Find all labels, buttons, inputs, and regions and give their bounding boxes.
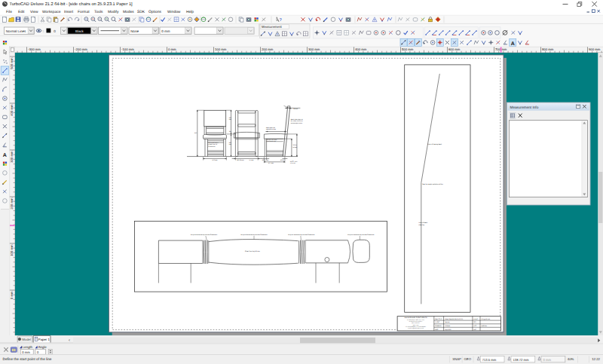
svg-text:mm: mm	[229, 143, 232, 145]
svg-text:A: A	[511, 41, 515, 47]
svg-text:SIDE CHAIRS ON 25.9.23.1: SIDE CHAIRS ON 25.9.23.1	[445, 318, 463, 320]
svg-text:Saw line angle upholstered lin: Saw line angle upholstered line	[422, 183, 444, 185]
svg-text:Paper 1: Paper 1	[38, 338, 51, 341]
svg-text:‹: ‹	[69, 338, 70, 343]
svg-text:12:22: 12:22	[592, 357, 600, 361]
svg-text:SDK: SDK	[137, 10, 145, 14]
svg-text:DRG No.: DRG No.	[482, 325, 488, 327]
svg-text:all to suit: all to suit	[290, 162, 295, 164]
svg-text:18 mm: 18 mm	[293, 108, 298, 110]
svg-text:Keep full thickness dry turn t: Keep full thickness dry turn this Framew…	[240, 234, 267, 236]
svg-text:Edit: Edit	[18, 10, 25, 14]
svg-text:Normal Lines: Normal Lines	[6, 29, 26, 33]
svg-text:200 mm: 200 mm	[10, 197, 14, 210]
svg-text:40%: 40%	[568, 357, 574, 361]
svg-text:upholstered top: upholstered top	[266, 128, 276, 130]
svg-text:mm: mm	[229, 118, 232, 121]
svg-text:SNAP: SNAP	[452, 357, 461, 361]
svg-text:None: None	[130, 29, 139, 33]
svg-text:900 mm: 900 mm	[589, 47, 601, 51]
svg-text:Help: Help	[186, 10, 194, 14]
svg-text:Measurement Info: Measurement Info	[510, 106, 539, 109]
svg-text:S Walsh: S Walsh	[445, 325, 450, 327]
svg-text:1:1 @ A1 Full: 1:1 @ A1 Full	[482, 318, 491, 320]
svg-text:0 mm: 0 mm	[10, 291, 14, 299]
svg-text:600 mm: 600 mm	[448, 47, 461, 51]
svg-text:470 mm: 470 mm	[213, 159, 218, 161]
svg-text:SCALE: SCALE	[473, 318, 478, 320]
svg-text:at all chairs app: at all chairs app	[267, 140, 276, 142]
svg-text:Modify: Modify	[108, 10, 119, 14]
svg-text:Keep full thickness dry turn t: Keep full thickness dry turn this Framew…	[288, 234, 314, 236]
svg-text:Insert: Insert	[64, 10, 74, 14]
svg-text:400 mm: 400 mm	[10, 104, 14, 116]
svg-text:SHT: SHT	[473, 329, 476, 331]
svg-text:m high: m high	[292, 146, 297, 148]
svg-text:File: File	[6, 10, 12, 14]
svg-text:Length: Length	[23, 345, 33, 349]
svg-text:DRAWN BY: DRAWN BY	[435, 325, 442, 327]
svg-text:138.72 mm: 138.72 mm	[513, 358, 529, 362]
svg-text:Black: Black	[75, 29, 84, 33]
svg-text:385: 385	[229, 130, 231, 133]
svg-text:Various: Various	[445, 321, 449, 323]
svg-text:View: View	[30, 10, 38, 14]
svg-text:100 mm: 100 mm	[10, 244, 14, 256]
svg-text:Point of leaning back: Point of leaning back	[427, 143, 442, 145]
svg-text:Modes: Modes	[123, 10, 134, 14]
svg-text:56 mm: 56 mm	[249, 159, 254, 161]
svg-text:300 mm: 300 mm	[10, 151, 14, 163]
svg-text:400 mm: 400 mm	[355, 47, 367, 51]
svg-text:860: 860	[194, 132, 197, 134]
svg-text:Keep full thickness dry turn t: Keep full thickness dry turn this Framew…	[191, 234, 217, 236]
svg-text:477 mm: 477 mm	[268, 162, 274, 164]
svg-text:500 mm: 500 mm	[402, 47, 414, 51]
svg-text:800 mm: 800 mm	[542, 47, 554, 51]
svg-text:500 mm: 500 mm	[10, 57, 14, 69]
svg-text:0 mm: 0 mm	[543, 358, 552, 362]
svg-text:CLIENT: CLIENT	[435, 321, 439, 323]
svg-text:-300 mm: -300 mm	[28, 47, 41, 51]
svg-text:200 mm: 200 mm	[262, 47, 274, 51]
svg-text:0 mm: 0 mm	[22, 350, 30, 354]
svg-text:40.08: 40.08	[280, 159, 284, 161]
svg-text:Options: Options	[148, 10, 161, 14]
svg-text:Format: Format	[78, 10, 90, 14]
svg-text:-100 mm: -100 mm	[121, 47, 134, 51]
svg-text:713.5 mm: 713.5 mm	[482, 358, 497, 362]
svg-text:340.08 mm: 340.08 mm	[237, 159, 244, 161]
svg-text:40.08 mm: 40.08 mm	[262, 159, 269, 161]
svg-text:thickness: thickness	[210, 145, 216, 148]
svg-text:0 mm: 0 mm	[168, 47, 176, 51]
svg-text:cut and glue sides: cut and glue sides	[291, 122, 302, 124]
svg-text:Define the start point of the: Define the start point of the line	[3, 357, 52, 361]
svg-text:TurboCAD Deluxe 21.2 64-bit -: TurboCAD Deluxe 21.2 64-bit - [side chai…	[10, 2, 133, 7]
svg-text:Keep full thickness dry turn t: Keep full thickness dry turn this Framew…	[347, 234, 374, 236]
svg-text:DWG TITLE: DWG TITLE	[435, 318, 442, 320]
svg-text:Workspace: Workspace	[42, 10, 61, 14]
svg-text:-200 mm: -200 mm	[75, 47, 87, 51]
svg-text:100 mm: 100 mm	[215, 47, 227, 51]
svg-text:chair leg: chair leg	[418, 224, 424, 226]
svg-text:Model: Model	[22, 338, 31, 341]
svg-text:Sep 2023: Sep 2023	[445, 329, 451, 331]
svg-text:Window: Window	[167, 10, 181, 14]
svg-text:300 mm: 300 mm	[308, 47, 320, 51]
svg-text:Chair front leg full size: Chair front leg full size	[245, 250, 261, 252]
svg-text:GEO: GEO	[464, 357, 472, 361]
svg-text:Tools: Tools	[94, 10, 103, 14]
svg-text:0 mm: 0 mm	[161, 29, 170, 33]
svg-text:A: A	[3, 153, 7, 158]
svg-text:0: 0	[54, 29, 56, 33]
svg-text:Angle: Angle	[38, 345, 47, 349]
svg-text:Measurement: Measurement	[262, 25, 283, 29]
svg-text:WALSH ROWLEY FURNITURE LTD: WALSH ROWLEY FURNITURE LTD	[405, 317, 428, 319]
